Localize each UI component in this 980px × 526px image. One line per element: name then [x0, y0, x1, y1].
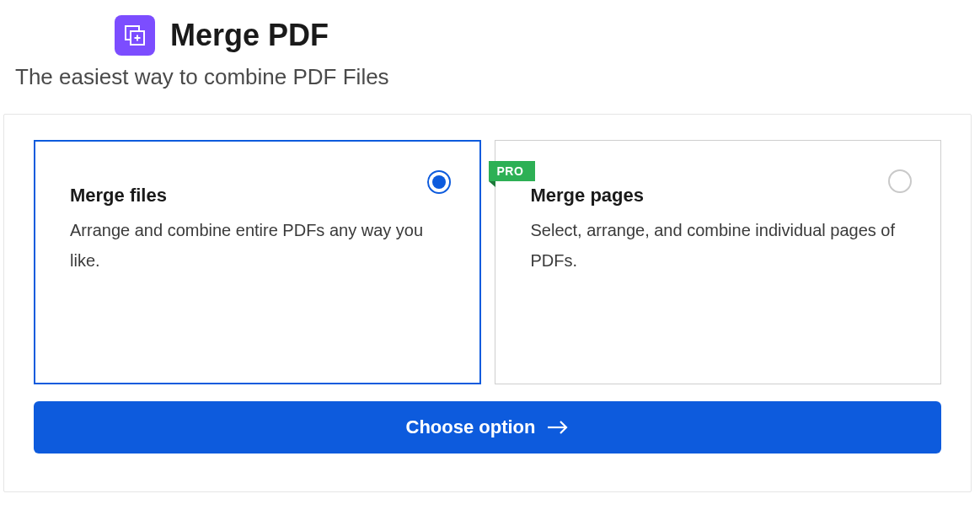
arrow-right-icon — [547, 420, 569, 435]
option-merge-pages-title: Merge pages — [531, 185, 906, 207]
option-merge-files[interactable]: Merge files Arrange and combine entire P… — [34, 140, 481, 384]
options-row: Merge files Arrange and combine entire P… — [34, 140, 941, 384]
page-title: Merge PDF — [170, 18, 329, 53]
option-merge-pages[interactable]: PRO Merge pages Select, arrange, and com… — [495, 140, 942, 384]
title-row: Merge PDF — [115, 15, 980, 56]
page-subtitle: The easiest way to combine PDF Files — [15, 64, 980, 90]
choose-option-label: Choose option — [406, 416, 536, 438]
radio-merge-pages[interactable] — [888, 169, 912, 193]
merge-pdf-icon — [115, 15, 155, 56]
main-panel: Merge files Arrange and combine entire P… — [3, 114, 972, 492]
option-merge-files-desc: Arrange and combine entire PDFs any way … — [70, 215, 445, 276]
radio-merge-files[interactable] — [427, 170, 451, 194]
option-merge-pages-desc: Select, arrange, and combine individual … — [531, 215, 906, 276]
option-merge-files-title: Merge files — [70, 185, 445, 207]
pro-badge: PRO — [489, 161, 536, 181]
page-header: Merge PDF The easiest way to combine PDF… — [0, 0, 980, 114]
choose-option-button[interactable]: Choose option — [34, 401, 941, 454]
